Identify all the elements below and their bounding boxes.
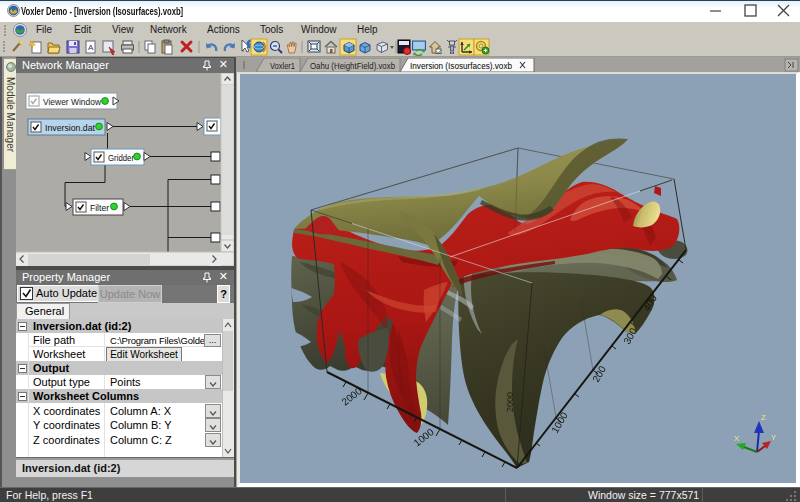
svg-text:Inversion.dat: Inversion.dat [45,122,95,133]
svg-text:Filter: Filter [90,202,109,213]
svg-text:Z: Z [761,413,766,422]
svg-text:2000: 2000 [505,392,515,412]
svg-text:Voxler1: Voxler1 [270,60,295,71]
svg-text:Viewer Window: Viewer Window [43,96,101,107]
svg-text:Inversion (Isosurfaces).voxb: Inversion (Isosurfaces).voxb [410,60,512,71]
svg-text:X: X [734,434,740,443]
svg-text:Y: Y [771,433,777,442]
svg-text:Gridder: Gridder [108,152,134,163]
svg-text:A: A [88,43,94,52]
svg-text:Oahu (HeightField).voxb: Oahu (HeightField).voxb [310,60,395,71]
